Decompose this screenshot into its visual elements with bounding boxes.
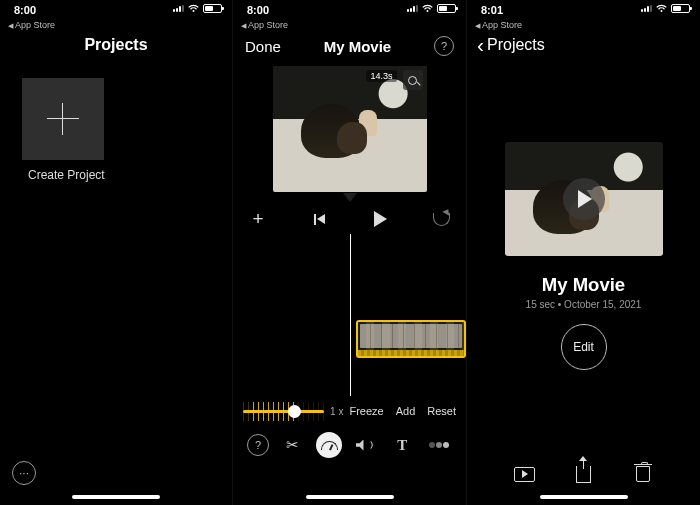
slider-knob[interactable] bbox=[288, 405, 301, 418]
home-indicator[interactable] bbox=[540, 495, 628, 499]
gauge-icon bbox=[321, 441, 338, 450]
play-overlay-button[interactable] bbox=[563, 178, 605, 220]
play-icon bbox=[374, 211, 387, 227]
freeze-button[interactable]: Freeze bbox=[349, 405, 383, 417]
home-indicator[interactable] bbox=[306, 495, 394, 499]
play-button[interactable] bbox=[369, 208, 391, 230]
bottom-actions bbox=[467, 461, 700, 487]
wifi-icon bbox=[655, 4, 668, 13]
cellular-icon bbox=[641, 5, 652, 12]
volume-tool[interactable] bbox=[353, 432, 379, 458]
edit-button[interactable]: Edit bbox=[561, 324, 607, 370]
cut-tool[interactable]: ✂ bbox=[280, 432, 306, 458]
magnifier-icon bbox=[408, 76, 417, 85]
scissors-icon: ✂ bbox=[286, 436, 299, 454]
screen-projects: 8:00 App Store Projects Create Project ·… bbox=[0, 0, 233, 505]
back-to-app[interactable]: App Store bbox=[241, 20, 288, 30]
playhead-time: 14.3s bbox=[366, 70, 396, 82]
skip-start-button[interactable] bbox=[308, 208, 330, 230]
movie-title: My Movie bbox=[324, 38, 392, 55]
plus-icon bbox=[47, 103, 79, 135]
back-button[interactable]: ‹ Projects bbox=[467, 30, 700, 60]
screen-project-detail: 8:01 App Store ‹ Projects My Movie 15 se… bbox=[467, 0, 700, 505]
toolbar-help-button[interactable]: ? bbox=[247, 434, 269, 456]
create-project-label: Create Project bbox=[28, 168, 232, 182]
speed-multiplier: 1 x bbox=[330, 406, 343, 417]
battery-icon bbox=[437, 4, 456, 13]
timeline[interactable] bbox=[233, 234, 466, 396]
project-meta: 15 sec • October 15, 2021 bbox=[467, 299, 700, 310]
filters-tool[interactable] bbox=[426, 432, 452, 458]
filters-icon bbox=[429, 442, 449, 448]
project-title: My Movie bbox=[467, 274, 700, 296]
add-media-button[interactable]: + bbox=[247, 208, 269, 230]
delete-button[interactable] bbox=[630, 461, 656, 487]
cellular-icon bbox=[173, 5, 184, 12]
back-to-app[interactable]: App Store bbox=[8, 20, 55, 30]
zoom-button[interactable] bbox=[403, 70, 423, 90]
status-time: 8:00 bbox=[14, 4, 36, 16]
back-label: Projects bbox=[487, 36, 545, 54]
back-to-app[interactable]: App Store bbox=[475, 20, 522, 30]
cellular-icon bbox=[407, 5, 418, 12]
editor-toolbar: ? ✂ T bbox=[233, 426, 466, 472]
status-time: 8:01 bbox=[481, 4, 503, 16]
speed-panel: 1 x Freeze Add Reset bbox=[233, 396, 466, 426]
battery-icon bbox=[203, 4, 222, 13]
share-icon bbox=[576, 466, 591, 483]
undo-icon bbox=[433, 213, 450, 226]
video-preview[interactable]: 14.3s bbox=[273, 66, 427, 192]
volume-icon bbox=[356, 440, 376, 451]
page-title: Projects bbox=[0, 36, 232, 54]
speed-tool[interactable] bbox=[316, 432, 342, 458]
done-button[interactable]: Done bbox=[245, 38, 281, 55]
reset-button[interactable]: Reset bbox=[427, 405, 456, 417]
preview-button[interactable] bbox=[512, 461, 538, 487]
create-project-tile[interactable] bbox=[22, 78, 104, 160]
play-rect-icon bbox=[514, 467, 535, 482]
project-thumbnail[interactable] bbox=[505, 142, 663, 256]
help-button[interactable]: ? bbox=[434, 36, 454, 56]
playhead-line[interactable] bbox=[350, 234, 351, 396]
home-indicator[interactable] bbox=[72, 495, 160, 499]
wifi-icon bbox=[187, 4, 200, 13]
trash-icon bbox=[636, 466, 650, 482]
preview-marker-icon bbox=[343, 193, 357, 202]
more-button[interactable]: ··· bbox=[12, 461, 36, 485]
text-icon: T bbox=[397, 437, 407, 454]
text-tool[interactable]: T bbox=[389, 432, 415, 458]
add-button[interactable]: Add bbox=[396, 405, 416, 417]
video-clip[interactable] bbox=[356, 320, 466, 358]
undo-button[interactable] bbox=[430, 208, 452, 230]
status-time: 8:00 bbox=[247, 4, 269, 16]
share-button[interactable] bbox=[571, 461, 597, 487]
speed-slider[interactable] bbox=[243, 402, 324, 421]
battery-icon bbox=[671, 4, 690, 13]
screen-editor: 8:00 App Store Done My Movie ? 14.3s + bbox=[233, 0, 467, 505]
wifi-icon bbox=[421, 4, 434, 13]
